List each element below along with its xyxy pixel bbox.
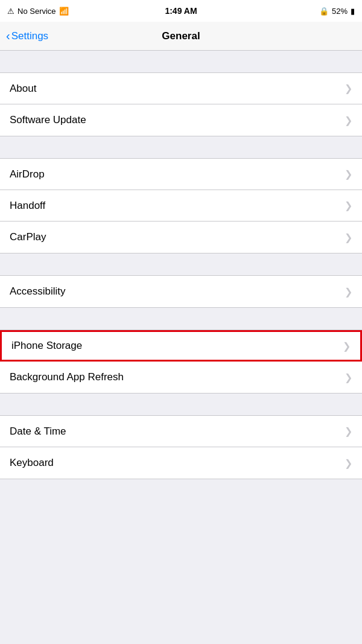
airdrop-chevron-icon: ❯ [345, 168, 352, 180]
list-item-handoff[interactable]: Handoff ❯ [0, 190, 362, 222]
accessibility-chevron-icon: ❯ [345, 286, 352, 298]
section-spacer-5 [0, 394, 362, 415]
list-item-airdrop[interactable]: AirDrop ❯ [0, 159, 362, 190]
about-chevron-icon: ❯ [345, 83, 352, 94]
date-time-label: Date & Time [10, 426, 66, 438]
handoff-chevron-icon: ❯ [345, 200, 352, 211]
wifi-icon: 📶 [59, 7, 69, 16]
no-service-label: No Service [17, 7, 56, 16]
about-label: About [10, 83, 36, 95]
list-item-iphone-storage[interactable]: iPhone Storage ❯ [0, 330, 362, 362]
handoff-label: Handoff [10, 200, 45, 212]
alert-icon: ⚠ [7, 7, 14, 16]
battery-percentage: 52% [332, 7, 348, 16]
status-time: 1:49 AM [165, 6, 197, 16]
list-group-2: AirDrop ❯ Handoff ❯ CarPlay ❯ [0, 158, 362, 253]
airdrop-label: AirDrop [10, 168, 45, 180]
list-group-5: Date & Time ❯ Keyboard ❯ [0, 415, 362, 479]
list-item-date-time[interactable]: Date & Time ❯ [0, 416, 362, 447]
iphone-storage-label: iPhone Storage [11, 340, 82, 352]
section-spacer-1 [0, 51, 362, 72]
iphone-storage-chevron-icon: ❯ [343, 340, 351, 352]
list-group-1: About ❯ Software Update ❯ [0, 72, 362, 136]
date-time-chevron-icon: ❯ [345, 426, 352, 437]
section-spacer-3 [0, 253, 362, 275]
section-spacer-6 [0, 479, 362, 501]
list-item-about[interactable]: About ❯ [0, 73, 362, 104]
back-chevron-icon: ‹ [6, 30, 10, 42]
status-left: ⚠ No Service 📶 [7, 7, 69, 16]
background-app-refresh-label: Background App Refresh [10, 371, 124, 383]
list-group-4: iPhone Storage ❯ Background App Refresh … [0, 330, 362, 394]
back-button[interactable]: ‹ Settings [6, 30, 48, 42]
list-item-software-update[interactable]: Software Update ❯ [0, 104, 362, 136]
list-item-carplay[interactable]: CarPlay ❯ [0, 222, 362, 253]
software-update-chevron-icon: ❯ [345, 115, 352, 126]
carplay-label: CarPlay [10, 231, 46, 243]
back-label: Settings [11, 30, 48, 42]
nav-bar: ‹ Settings General [0, 22, 362, 51]
section-spacer-4 [0, 308, 362, 330]
keyboard-label: Keyboard [10, 457, 54, 469]
list-group-3: Accessibility ❯ [0, 275, 362, 308]
list-item-background-app-refresh[interactable]: Background App Refresh ❯ [0, 362, 362, 393]
battery-icon: ▮ [351, 7, 355, 16]
software-update-label: Software Update [10, 114, 86, 126]
list-item-accessibility[interactable]: Accessibility ❯ [0, 276, 362, 307]
accessibility-label: Accessibility [10, 285, 66, 298]
status-right: 🔒 52% ▮ [319, 7, 355, 16]
lock-icon: 🔒 [319, 7, 329, 16]
section-spacer-2 [0, 136, 362, 158]
background-app-refresh-chevron-icon: ❯ [345, 372, 352, 383]
keyboard-chevron-icon: ❯ [345, 457, 352, 469]
carplay-chevron-icon: ❯ [345, 232, 352, 243]
list-item-keyboard[interactable]: Keyboard ❯ [0, 447, 362, 479]
status-bar: ⚠ No Service 📶 1:49 AM 🔒 52% ▮ [0, 0, 362, 22]
page-title: General [162, 30, 200, 42]
